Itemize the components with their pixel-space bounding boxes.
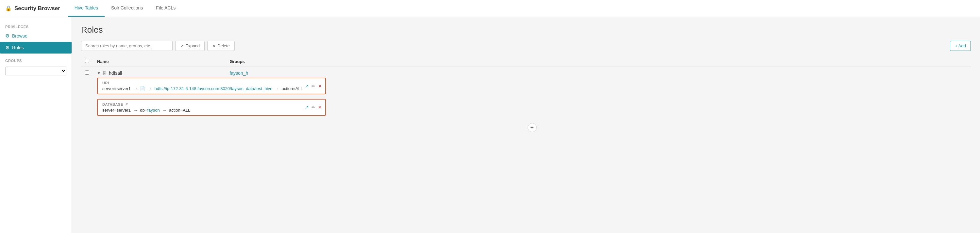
groups-dropdown-row — [0, 64, 72, 78]
roles-table: Name Groups ▼ 🗄 hdfsall fayson_h — [81, 56, 971, 135]
edit-action-icon[interactable]: ✏ — [312, 105, 315, 110]
role-name-label: hdfsall — [109, 70, 122, 76]
browse-icon: ⚙ — [5, 33, 10, 39]
privilege-card: DATABASE ↗ server=server1 → db=fayson → … — [97, 99, 326, 116]
roles-icon: ⚙ — [5, 45, 10, 51]
search-input[interactable] — [81, 41, 173, 51]
expand-triangle-icon[interactable]: ▼ — [97, 71, 101, 75]
layout: PRIVILEGES ⚙ Browse ⚙ Roles GROUPS Roles… — [0, 17, 980, 233]
privilege-actions: ↗ ✏ ✕ — [305, 84, 322, 89]
expand-icon: ↗ — [180, 43, 184, 48]
privilege-actions: ↗ ✏ ✕ — [305, 105, 322, 110]
table-row: ▼ 🗄 hdfsall fayson_h — [81, 67, 971, 77]
header-checkbox-cell — [81, 56, 93, 67]
role-groups-cell: fayson_h — [226, 67, 330, 77]
edit-action-icon[interactable]: ✏ — [312, 84, 315, 89]
brand: 🔒 Security Browser — [5, 5, 68, 12]
row-checkbox[interactable] — [85, 70, 89, 75]
header-empty — [330, 56, 971, 67]
arrow-icon-3: → — [275, 86, 279, 91]
tab-solr-collections[interactable]: Solr Collections — [105, 0, 150, 17]
groups-dropdown[interactable] — [5, 67, 66, 75]
brand-label: Security Browser — [14, 5, 60, 12]
sidebar-roles-label: Roles — [12, 45, 24, 50]
db-icon: 🗄 — [103, 71, 107, 76]
priv-content-cell: URI server=server1 → 📄 → hdfs://ip-172-3… — [93, 77, 330, 98]
delete-icon: ✕ — [212, 43, 216, 48]
privilege-type-label: DATABASE ↗ — [102, 102, 321, 106]
sidebar-groups: GROUPS — [0, 56, 72, 78]
priv-content-cell: DATABASE ↗ server=server1 → db=fayson → … — [93, 98, 330, 120]
db-link[interactable]: fayson — [147, 108, 159, 113]
expand-label: Expand — [185, 43, 200, 48]
privilege-row: URI server=server1 → 📄 → hdfs://ip-172-3… — [81, 77, 971, 98]
top-tabs: Hive Tables Solr Collections File ACLs — [68, 0, 182, 17]
arrow-action-icon[interactable]: ↗ — [305, 105, 309, 110]
add-empty-cell — [81, 120, 93, 135]
delete-button[interactable]: ✕ Delete — [207, 41, 235, 51]
header-name: Name — [93, 56, 226, 67]
priv-extra-cell — [330, 98, 971, 120]
arrow-action-icon[interactable]: ↗ — [305, 84, 309, 89]
privilege-body: server=server1 → db=fayson → action=ALL — [102, 108, 321, 113]
privilege-card: URI server=server1 → 📄 → hdfs://ip-172-3… — [97, 78, 326, 94]
arrow-icon: → — [134, 86, 138, 91]
external-link-icon[interactable]: ↗ — [125, 102, 128, 106]
delete-action-icon[interactable]: ✕ — [318, 105, 322, 110]
privilege-body: server=server1 → 📄 → hdfs://ip-172-31-6-… — [102, 86, 321, 91]
lock-icon: 🔒 — [5, 5, 12, 11]
arrow-icon-2: → — [162, 108, 166, 113]
sidebar-item-browse[interactable]: ⚙ Browse — [0, 30, 72, 42]
row-checkbox-cell — [81, 67, 93, 77]
priv-checkbox-cell — [81, 98, 93, 120]
add-label: + Add — [955, 43, 966, 48]
arrow-icon: → — [134, 108, 138, 113]
tab-file-acls[interactable]: File ACLs — [150, 0, 182, 17]
page-title: Roles — [81, 25, 971, 35]
add-cell: + — [93, 120, 971, 135]
role-name-cell: ▼ 🗄 hdfsall — [93, 67, 226, 77]
privilege-type-label: URI — [102, 81, 321, 85]
privileges-label: PRIVILEGES — [0, 22, 72, 30]
privilege-row: DATABASE ↗ server=server1 → db=fayson → … — [81, 98, 971, 120]
table-header-row: Name Groups — [81, 56, 971, 67]
add-privilege-row: + — [81, 120, 971, 135]
tab-hive-tables[interactable]: Hive Tables — [68, 0, 105, 17]
toolbar: ↗ Expand ✕ Delete + Add — [81, 41, 971, 51]
role-actions-cell — [330, 67, 971, 77]
main-content: Roles ↗ Expand ✕ Delete + Add — [72, 17, 980, 233]
add-privilege-button[interactable]: + — [528, 123, 537, 132]
priv-server: server=server1 — [102, 86, 131, 91]
select-all-checkbox[interactable] — [85, 59, 89, 63]
delete-label: Delete — [217, 43, 230, 48]
sidebar: PRIVILEGES ⚙ Browse ⚙ Roles GROUPS — [0, 17, 72, 233]
groups-label: GROUPS — [0, 56, 72, 64]
delete-action-icon[interactable]: ✕ — [318, 84, 322, 89]
add-button[interactable]: + Add — [950, 41, 971, 51]
priv-checkbox-cell — [81, 77, 93, 98]
sidebar-browse-label: Browse — [12, 33, 27, 38]
sidebar-item-roles[interactable]: ⚙ Roles — [0, 42, 72, 54]
file-icon: 📄 — [140, 86, 145, 91]
top-nav: 🔒 Security Browser Hive Tables Solr Coll… — [0, 0, 980, 17]
expand-button[interactable]: ↗ Expand — [175, 41, 205, 51]
priv-server: server=server1 — [102, 108, 131, 113]
groups-link[interactable]: fayson_h — [229, 70, 248, 76]
priv-extra-cell — [330, 77, 971, 98]
priv-action: action=ALL — [169, 108, 190, 113]
uri-link[interactable]: hdfs://ip-172-31-6-148.fayson.com:8020/f… — [154, 86, 273, 91]
priv-db-label: db= — [140, 108, 147, 113]
arrow-icon-2: → — [148, 86, 152, 91]
header-groups: Groups — [226, 56, 330, 67]
priv-action: action=ALL — [282, 86, 303, 91]
role-name: ▼ 🗄 hdfsall — [97, 70, 222, 76]
